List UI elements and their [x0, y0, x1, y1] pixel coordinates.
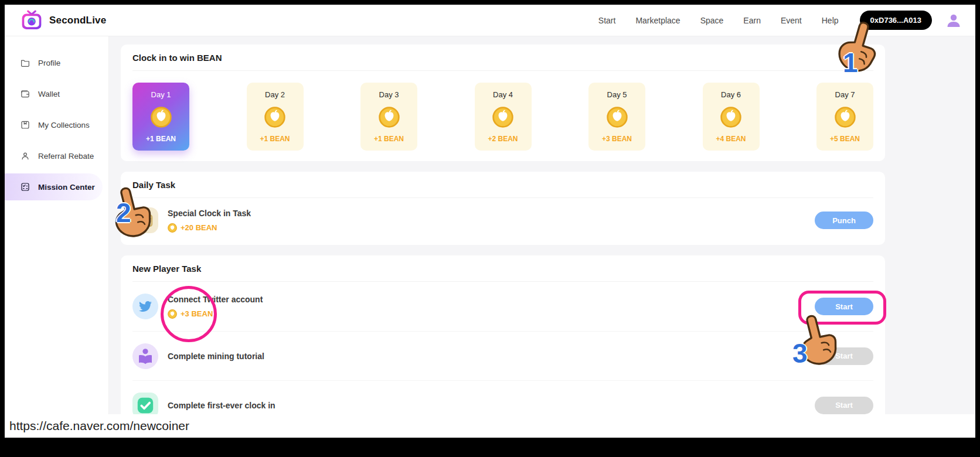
sidebar-item-my-collections[interactable]: My Collections: [5, 111, 103, 138]
day-cards-row: Day 1 +1 BEAN Day 2 +1 BEAN Day 3: [132, 71, 873, 161]
task-row-connect-twitter: Connect Twitter account +3 BEAN Start: [132, 282, 873, 331]
sidebar-item-label: Referral Rebate: [38, 152, 94, 161]
day-label: Day 6: [721, 90, 741, 99]
screenshot-frame: SecondLive Start Marketplace Space Earn …: [0, 0, 980, 457]
daily-task-row: Special Clock in Task +20 BEAN Punch: [132, 198, 873, 245]
folder-icon: [20, 57, 30, 68]
sidebar-item-wallet[interactable]: Wallet: [5, 80, 103, 107]
task-label: Special Clock in Task: [168, 209, 251, 218]
day-reward: +3 BEAN: [602, 135, 632, 143]
page-url: https://cafe.naver.com/newcoiner: [9, 419, 189, 433]
checklist-icon: [20, 182, 30, 192]
day-reward: +1 BEAN: [374, 135, 404, 143]
day-reward: +1 BEAN: [260, 135, 290, 143]
day-card-7[interactable]: Day 7 +5 BEAN: [816, 83, 873, 151]
day-card-3[interactable]: Day 3 +1 BEAN: [360, 83, 417, 151]
nav-start[interactable]: Start: [598, 16, 616, 25]
nav-help[interactable]: Help: [822, 16, 839, 25]
nav-marketplace[interactable]: Marketplace: [635, 16, 680, 25]
day-card-1[interactable]: Day 1 +1 BEAN: [132, 83, 189, 151]
sidebar-item-label: Wallet: [38, 90, 60, 98]
start-clockin-button[interactable]: Start: [815, 397, 873, 414]
nav-space[interactable]: Space: [700, 16, 724, 25]
bean-coin-icon: [720, 107, 741, 128]
special-clockin-icon: [132, 207, 158, 233]
wallet-address-button[interactable]: 0xD736...A013: [860, 11, 932, 30]
bean-coin-icon: [264, 107, 285, 128]
task-row-first-clockin: Complete first-ever clock in Start: [132, 380, 873, 414]
referral-icon: [20, 151, 30, 161]
day-card-6[interactable]: Day 6 +4 BEAN: [703, 83, 760, 151]
sidebar-item-label: Mission Center: [38, 183, 95, 192]
bean-coin-icon: [607, 107, 628, 128]
day-card-4[interactable]: Day 4 +2 BEAN: [475, 83, 532, 151]
sidebar-item-profile[interactable]: Profile: [5, 49, 103, 76]
sidebar-item-label: My Collections: [38, 121, 90, 129]
bean-coin-icon: [492, 107, 513, 128]
bean-coin-icon: [168, 309, 177, 319]
task-info: Complete mining tutorial: [168, 352, 264, 361]
daily-task-title: Daily Task: [132, 172, 873, 198]
task-row-mining-tutorial: Complete mining tutorial Start: [132, 331, 873, 380]
day-card-2[interactable]: Day 2 +1 BEAN: [247, 83, 304, 151]
day-reward: +2 BEAN: [488, 135, 518, 143]
main-nav: Start Marketplace Space Earn Event Help: [598, 16, 839, 25]
app-window: SecondLive Start Marketplace Space Earn …: [5, 5, 975, 414]
day-card-5[interactable]: Day 5 +3 BEAN: [588, 83, 645, 151]
task-info: Connect Twitter account +3 BEAN: [168, 295, 263, 319]
user-avatar-icon[interactable]: [945, 12, 962, 29]
sidebar-item-mission-center[interactable]: Mission Center: [5, 173, 103, 200]
day-reward: +1 BEAN: [146, 135, 176, 143]
task-reward: +3 BEAN: [168, 309, 263, 319]
start-tutorial-button[interactable]: Start: [815, 347, 873, 365]
day-reward: +4 BEAN: [716, 135, 746, 143]
sidebar-item-label: Profile: [38, 59, 60, 67]
secondlive-logo-icon: [20, 9, 43, 31]
daily-task-card: Daily Task Special Clock in Task: [121, 172, 885, 245]
clockin-check-icon: [132, 393, 158, 415]
main-content: Clock in to win BEAN Day 1 +1 BEAN Day 2…: [109, 36, 975, 414]
new-player-task-title: New Player Task: [132, 255, 873, 282]
day-label: Day 3: [379, 90, 399, 99]
task-info: Complete first-ever clock in: [168, 401, 275, 410]
start-twitter-button[interactable]: Start: [815, 298, 873, 315]
day-label: Day 5: [607, 90, 627, 99]
clock-in-title: Clock in to win BEAN: [132, 45, 873, 71]
bean-coin-icon: [168, 223, 177, 233]
day-label: Day 1: [151, 90, 171, 99]
top-navbar: SecondLive Start Marketplace Space Earn …: [5, 5, 975, 36]
day-reward: +5 BEAN: [830, 135, 860, 143]
nav-earn[interactable]: Earn: [743, 16, 761, 25]
bean-coin-icon: [151, 107, 172, 128]
task-reward: +20 BEAN: [168, 223, 251, 233]
day-label: Day 4: [493, 90, 513, 99]
task-label: Complete first-ever clock in: [168, 401, 275, 410]
task-info: Special Clock in Task +20 BEAN: [168, 209, 251, 233]
new-player-task-card: New Player Task Connect Twitter account …: [121, 255, 885, 414]
collections-icon: [20, 120, 30, 130]
brand-name: SecondLive: [49, 15, 106, 26]
twitter-icon: [132, 294, 158, 319]
url-bar: https://cafe.naver.com/newcoiner: [5, 414, 975, 438]
day-label: Day 7: [835, 90, 855, 99]
nav-event[interactable]: Event: [781, 16, 802, 25]
task-label: Complete mining tutorial: [168, 352, 264, 361]
punch-button[interactable]: Punch: [815, 212, 873, 229]
task-reward-text: +3 BEAN: [181, 309, 213, 318]
task-label: Connect Twitter account: [168, 295, 263, 304]
bean-coin-icon: [379, 107, 400, 128]
bean-coin-icon: [835, 107, 856, 128]
brand: SecondLive: [20, 9, 106, 31]
sidebar-item-referral-rebate[interactable]: Referral Rebate: [5, 142, 103, 169]
day-label: Day 2: [265, 90, 285, 99]
task-reward-text: +20 BEAN: [181, 223, 217, 232]
tutorial-icon: [132, 343, 158, 369]
sidebar: Profile Wallet My Collections Referral R…: [5, 36, 109, 414]
clock-in-card: Clock in to win BEAN Day 1 +1 BEAN Day 2…: [121, 45, 885, 161]
wallet-icon: [20, 88, 30, 99]
page-body: Profile Wallet My Collections Referral R…: [5, 36, 975, 414]
